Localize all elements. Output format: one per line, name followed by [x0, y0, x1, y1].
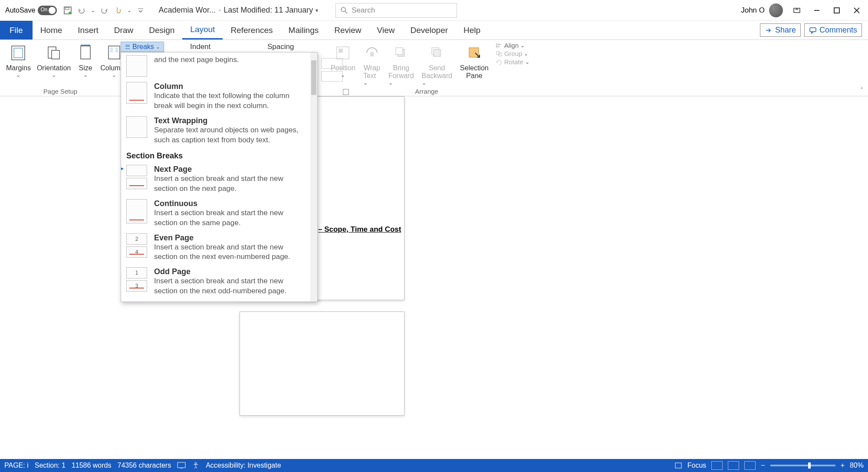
read-mode-icon[interactable] [711, 461, 723, 470]
zoom-out-icon[interactable]: − [761, 462, 765, 469]
title-dropdown-icon[interactable]: ▾ [316, 7, 318, 13]
next-page-icon [126, 165, 147, 176]
last-modified[interactable]: Last Modified: 11 January [224, 6, 313, 15]
columns-icon [105, 43, 123, 62]
margins-button[interactable]: Margins⌄ [3, 42, 33, 80]
spacing-label: Spacing [267, 43, 294, 51]
wrap-text-button[interactable]: Wrap Text ⌄ [361, 42, 383, 88]
undo-dropdown-icon[interactable]: ⌄ [91, 7, 95, 13]
autosave-label: AutoSave [5, 7, 35, 14]
selection-pane-button[interactable]: Selection Pane [457, 42, 491, 82]
save-icon[interactable] [63, 6, 72, 15]
status-characters[interactable]: 74356 characters [118, 462, 171, 469]
size-button[interactable]: Size⌄ [74, 42, 97, 80]
bring-forward-button[interactable]: Bring Forward ⌄ [386, 42, 417, 88]
breaks-button[interactable]: Breaks ⌄ [121, 42, 164, 52]
tab-developer[interactable]: Developer [402, 21, 456, 39]
doc-name: Academia Wor... [158, 6, 216, 15]
minimize-icon[interactable] [811, 4, 823, 16]
breaks-item-even-page[interactable]: 2 4 Even Page Insert a section break and… [121, 231, 317, 265]
breaks-dropdown-menu: ▸ and the next page begins. Column Indic… [121, 52, 318, 302]
collapse-ribbon-icon[interactable]: ˄ [860, 86, 864, 94]
ribbon-tabs: File Home Insert Draw Design Layout Refe… [0, 21, 868, 40]
tab-references[interactable]: References [223, 21, 280, 39]
chevron-down-icon: ⌄ [112, 72, 116, 78]
breaks-item-text-wrapping[interactable]: Text Wrapping Separate text around objec… [121, 114, 317, 148]
send-backward-button[interactable]: Send Backward ⌄ [419, 42, 455, 88]
status-page[interactable]: PAGE: i [4, 462, 29, 469]
indent-label: Indent [190, 43, 210, 51]
touch-mode-icon[interactable] [113, 6, 123, 15]
wrap-text-icon [363, 43, 381, 62]
align-button[interactable]: Align ⌄ [496, 42, 529, 49]
toggle-switch[interactable]: On [38, 6, 57, 15]
breaks-item-odd-page[interactable]: 1 3 Odd Page Insert a section break and … [121, 265, 317, 299]
svg-rect-13 [14, 48, 23, 58]
rotate-icon [496, 59, 503, 65]
document-page[interactable] [240, 311, 404, 416]
focus-mode-icon[interactable] [674, 462, 682, 469]
position-button[interactable]: Position⌄ [328, 42, 358, 80]
breaks-item-column[interactable]: Column Indicate that the text following … [121, 79, 317, 114]
svg-rect-15 [52, 50, 59, 59]
maximize-icon[interactable] [831, 4, 843, 16]
document-heading-text[interactable]: – Scope, Time and Cost [318, 225, 401, 234]
selection-pane-icon [466, 43, 483, 62]
breaks-item-next-page[interactable]: Next Page Insert a section break and sta… [121, 162, 317, 197]
status-section[interactable]: Section: 1 [35, 462, 66, 469]
svg-rect-29 [339, 49, 343, 53]
tab-help[interactable]: Help [456, 21, 488, 39]
zoom-level[interactable]: 80% [850, 462, 864, 469]
search-icon [340, 7, 348, 14]
search-input[interactable]: Search [335, 3, 457, 18]
tab-file[interactable]: File [0, 21, 33, 39]
tab-mailings[interactable]: Mailings [281, 21, 327, 39]
svg-rect-16 [81, 46, 90, 59]
touch-dropdown-icon[interactable]: ⌄ [127, 7, 132, 13]
tab-home[interactable]: Home [33, 21, 70, 39]
zoom-in-icon[interactable]: + [841, 462, 845, 469]
accessibility-icon[interactable] [192, 462, 200, 469]
tab-draw[interactable]: Draw [106, 21, 141, 39]
display-settings-icon[interactable] [177, 462, 186, 469]
group-button[interactable]: Group ⌄ [496, 50, 529, 57]
tab-insert[interactable]: Insert [70, 21, 106, 39]
focus-label[interactable]: Focus [687, 462, 707, 469]
comments-button[interactable]: Comments [804, 23, 862, 37]
document-title: Academia Wor... - Last Modified: 11 Janu… [158, 6, 318, 15]
section-breaks-header: Section Breaks [121, 148, 317, 162]
current-item-indicator-icon: ▸ [121, 165, 124, 171]
svg-rect-37 [497, 44, 501, 45]
menu-scrollbar[interactable] [310, 52, 317, 302]
user-name: John O [741, 6, 765, 15]
print-layout-icon[interactable] [728, 461, 739, 470]
status-words[interactable]: 11586 words [72, 462, 112, 469]
web-layout-icon[interactable] [744, 461, 756, 470]
tab-layout[interactable]: Layout [182, 21, 223, 39]
odd-page-icon: 3 [126, 280, 147, 292]
autosave-toggle[interactable]: AutoSave On [5, 6, 57, 15]
title-bar: AutoSave On ⌄ ⌄ Academia Wor... - Last M… [0, 0, 868, 21]
tab-review[interactable]: Review [326, 21, 369, 39]
undo-icon[interactable] [77, 6, 86, 15]
avatar [769, 3, 783, 17]
breaks-item-continuous[interactable]: Continuous Insert a section break and st… [121, 197, 317, 231]
tab-view[interactable]: View [369, 21, 403, 39]
qat-customize-icon[interactable] [136, 6, 145, 15]
svg-rect-11 [810, 28, 816, 32]
user-account[interactable]: John O [741, 3, 783, 17]
status-bar: PAGE: i Section: 1 11586 words 74356 cha… [0, 459, 868, 472]
odd-page-icon: 1 [126, 267, 147, 279]
zoom-slider[interactable] [770, 465, 835, 466]
ribbon-display-icon[interactable] [791, 4, 803, 16]
svg-point-2 [69, 12, 71, 14]
share-button[interactable]: Share [760, 23, 801, 37]
tab-design[interactable]: Design [141, 21, 182, 39]
redo-icon[interactable] [99, 6, 109, 15]
status-accessibility[interactable]: Accessibility: Investigate [206, 462, 281, 469]
svg-rect-30 [370, 52, 374, 56]
rotate-button[interactable]: Rotate ⌄ [496, 58, 529, 66]
breaks-item-page-partial[interactable]: and the next page begins. [121, 52, 317, 79]
close-icon[interactable] [851, 4, 863, 16]
orientation-button[interactable]: Orientation⌄ [34, 42, 73, 80]
